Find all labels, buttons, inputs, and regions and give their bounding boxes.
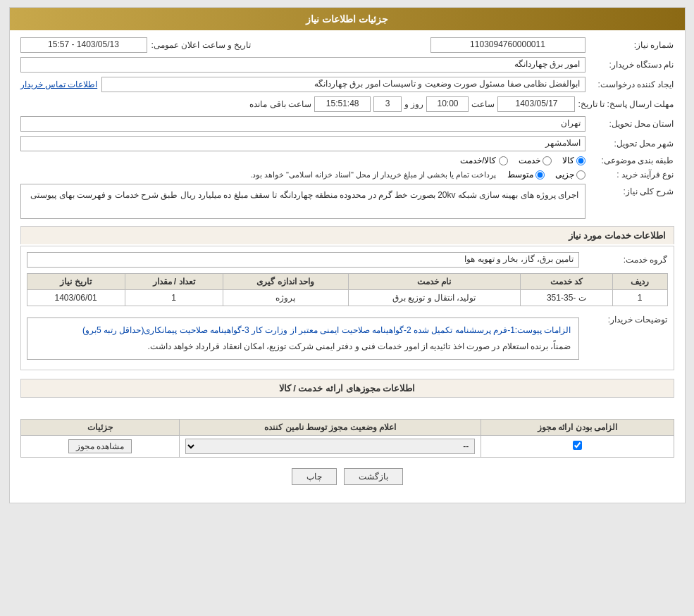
process-note: پرداخت تمام یا بخشی از مبلغ خریدار از مح… [250, 170, 497, 180]
process-row: نوع فرآیند خرید : جزیی متوسط پرداخت تمام… [20, 170, 674, 180]
cell-code: ت -35-351 [520, 290, 612, 306]
page-header: جزئیات اطلاعات نیاز [10, 8, 685, 30]
col-unit: واحد اندازه گیری [223, 274, 348, 290]
creator-contact-link[interactable]: اطلاعات تماس خریدار [20, 80, 98, 89]
permit-header-row: الزامی بودن ارائه مجوز اعلام وضعیت مجوز … [20, 419, 674, 435]
page-title: جزئیات اطلاعات نیاز [306, 13, 388, 25]
description-value: اجرای پروژه های بهینه سازی شبکه 20kv بصو… [20, 184, 585, 219]
process-label: نوع فرآیند خرید : [590, 170, 674, 180]
service-table: ردیف کد خدمت نام خدمت واحد اندازه گیری ت… [27, 273, 668, 306]
creator-label: ایجاد کننده درخواست: [590, 80, 674, 89]
deadline-date: 1403/05/17 [497, 96, 575, 112]
notes-line1: الزامات پیوست:1-فرم پرسشنامه تکمیل شده 2… [82, 325, 571, 335]
province-value: تهران [20, 116, 585, 132]
deadline-time-label: ساعت [471, 99, 495, 109]
service-table-section: ردیف کد خدمت نام خدمت واحد اندازه گیری ت… [27, 273, 668, 306]
need-number-value: 1103094760000011 [430, 37, 585, 53]
cell-name: تولید، انتقال و توزیع برق [348, 290, 520, 306]
view-permit-button[interactable]: مشاهده مجوز [68, 439, 132, 453]
need-number-row: شماره نیاز: 1103094760000011 تاریخ و ساع… [20, 37, 674, 53]
col-row-num: ردیف [612, 274, 667, 290]
service-group-value: تامین برق، گاز، بخار و تهویه هوا [27, 252, 579, 268]
deadline-remaining: 15:51:48 [314, 96, 371, 112]
cell-date: 1403/06/01 [27, 290, 125, 306]
deadline-days-label: روز و [404, 99, 423, 109]
category-row: طبقه بندی موضوعی: کالا خدمت کالا/خدمت [20, 156, 674, 165]
permit-table: الزامی بودن ارائه مجوز اعلام وضعیت مجوز … [20, 419, 674, 458]
process-motavasset[interactable]: متوسط [507, 170, 545, 180]
permit-status-cell: -- [180, 435, 481, 457]
deadline-days: 3 [373, 96, 402, 112]
service-table-header-row: ردیف کد خدمت نام خدمت واحد اندازه گیری ت… [27, 274, 667, 290]
deadline-label: مهلت ارسال پاسخ: تا تاریخ: [578, 99, 674, 109]
col-qty: تعداد / مقدار [125, 274, 223, 290]
description-label: شرح کلی نیاز: [590, 184, 674, 196]
category-kala[interactable]: کالا [562, 156, 585, 165]
city-label: شهر محل تحویل: [590, 139, 674, 149]
col-code: کد خدمت [520, 274, 612, 290]
need-number-label: شماره نیاز: [590, 40, 674, 50]
notes-label: توضیحات خریدار: [583, 312, 668, 325]
province-label: استان محل تحویل: [590, 119, 674, 129]
permit-col-mandatory: الزامی بودن ارائه مجوز [481, 419, 674, 435]
category-label: طبقه بندی موضوعی: [590, 156, 674, 165]
permit-mandatory-cell [481, 435, 674, 457]
category-khedmat[interactable]: خدمت [519, 156, 552, 165]
notes-line2: ضمناً، برنده استعلام در صورت اخذ تائیدیه… [147, 341, 571, 351]
col-date: تاریخ نیاز [27, 274, 125, 290]
permit-details-cell: مشاهده مجوز [20, 435, 180, 457]
service-group-row: گروه خدمت: تامین برق، گاز، بخار و تهویه … [27, 252, 668, 268]
deadline-remaining-label: ساعت باقی مانده [249, 99, 311, 109]
table-row: 1 ت -35-351 تولید، انتقال و توزیع برق پر… [27, 290, 667, 306]
cell-row-num: 1 [612, 290, 667, 306]
city-row: شهر محل تحویل: اسلامشهر [20, 136, 674, 151]
permit-col-details: جزئیات [20, 419, 180, 435]
permit-section-header: اطلاعات مجوزهای ارائه خدمت / کالا [20, 379, 674, 398]
datetime-value: 1403/05/13 - 15:57 [20, 37, 147, 53]
notes-box: الزامات پیوست:1-فرم پرسشنامه تکمیل شده 2… [27, 318, 579, 360]
permit-status-select[interactable]: -- [185, 439, 475, 454]
process-jozi[interactable]: جزیی [555, 170, 585, 180]
buyer-org-row: نام دستگاه خریدار: امور برق چهاردانگه [20, 57, 674, 73]
buyer-org-value: امور برق چهاردانگه [20, 57, 585, 73]
cell-unit: پروژه [223, 290, 348, 306]
permit-mandatory-checkbox[interactable] [573, 441, 582, 450]
notes-row: توضیحات خریدار: الزامات پیوست:1-فرم پرسش… [27, 312, 668, 360]
creator-value: ابوالفضل نظامی صفا مسئول صورت وضعیت و تا… [101, 77, 585, 92]
back-button[interactable]: بازگشت [344, 468, 403, 485]
datetime-label: تاریخ و ساعت اعلان عمومی: [151, 40, 252, 50]
creator-row: ایجاد کننده درخواست: ابوالفضل نظامی صفا … [20, 77, 674, 92]
service-section-header: اطلاعات خدمات مورد نیاز [20, 226, 674, 244]
permit-section-body: الزامی بودن ارائه مجوز اعلام وضعیت مجوز … [20, 398, 674, 458]
province-row: استان محل تحویل: تهران [20, 116, 674, 132]
category-kala-khedmat[interactable]: کالا/خدمت [460, 156, 507, 165]
col-name: نام خدمت [348, 274, 520, 290]
permit-col-status: اعلام وضعیت مجوز توسط نامین کننده [180, 419, 481, 435]
service-section-body: گروه خدمت: تامین برق، گاز، بخار و تهویه … [20, 246, 674, 370]
description-row: شرح کلی نیاز: اجرای پروژه های بهینه سازی… [20, 184, 674, 219]
buyer-org-label: نام دستگاه خریدار: [590, 60, 674, 70]
footer-buttons: بازگشت چاپ [20, 468, 674, 485]
permit-table-row: -- مشاهده مجوز [20, 435, 674, 457]
deadline-time: 10:00 [426, 96, 469, 112]
deadline-row: مهلت ارسال پاسخ: تا تاریخ: 1403/05/17 سا… [20, 96, 674, 112]
city-value: اسلامشهر [20, 136, 585, 151]
print-button[interactable]: چاپ [292, 468, 337, 485]
service-group-label: گروه خدمت: [583, 255, 668, 265]
cell-qty: 1 [125, 290, 223, 306]
